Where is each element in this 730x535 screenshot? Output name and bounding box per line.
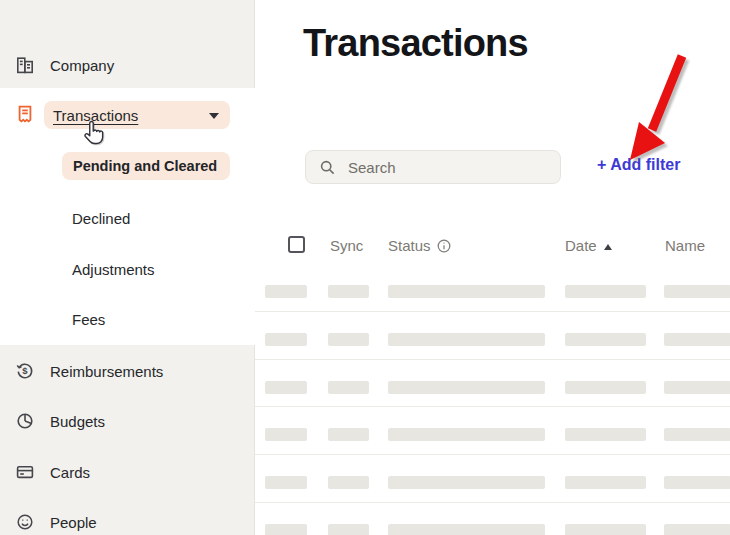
sidebar-item-fees[interactable]: Fees: [72, 305, 105, 333]
skeleton-bar: [388, 428, 545, 441]
skeleton-bar: [328, 381, 369, 394]
skeleton-bar: [328, 333, 369, 346]
sidebar: Company Transactions Pending and Cleared…: [0, 0, 255, 535]
skeleton-bar: [664, 428, 730, 441]
sidebar-subitem-label: Pending and Cleared: [73, 158, 217, 174]
sidebar-subitem-label: Adjustments: [72, 261, 155, 278]
sidebar-item-company[interactable]: Company: [0, 49, 255, 81]
sidebar-item-adjustments[interactable]: Adjustments: [72, 255, 155, 283]
column-header-status[interactable]: Status: [388, 237, 451, 256]
skeleton-bar: [388, 476, 545, 489]
search-box: [305, 150, 561, 184]
skeleton-bar: [388, 381, 545, 394]
skeleton-bar: [664, 333, 730, 346]
pie-chart-icon: [15, 411, 35, 431]
skeleton-bar: [565, 476, 646, 489]
app-window: Company Transactions Pending and Cleared…: [0, 0, 730, 535]
sidebar-item-transactions[interactable]: Transactions: [44, 101, 230, 129]
credit-card-icon: [15, 462, 35, 482]
skeleton-bar: [265, 381, 307, 394]
sort-ascending-icon: [604, 244, 612, 250]
skeleton-bar: [565, 285, 646, 298]
table-row: [255, 264, 730, 312]
page-title: Transactions: [303, 22, 528, 65]
table-row: [255, 503, 730, 535]
skeleton-bar: [664, 476, 730, 489]
sidebar-item-label: Company: [50, 57, 114, 74]
skeleton-bar: [388, 285, 545, 298]
column-header-sync[interactable]: Sync: [330, 237, 363, 254]
sidebar-item-pending-and-cleared[interactable]: Pending and Cleared: [62, 152, 230, 180]
select-all-checkbox[interactable]: [288, 236, 305, 253]
skeleton-bar: [265, 428, 307, 441]
skeleton-bar: [664, 381, 730, 394]
cursor-pointer-icon: [82, 120, 104, 150]
sidebar-subitem-label: Fees: [72, 311, 105, 328]
column-header-name[interactable]: Name: [665, 237, 705, 254]
column-header-date[interactable]: Date: [565, 237, 612, 254]
search-input[interactable]: [306, 151, 560, 183]
sidebar-item-declined[interactable]: Declined: [72, 204, 130, 232]
info-icon[interactable]: [437, 239, 451, 256]
table-row: [255, 407, 730, 455]
skeleton-bar: [328, 476, 369, 489]
sidebar-item-people[interactable]: People: [0, 506, 255, 535]
sidebar-item-label: Budgets: [50, 413, 105, 430]
chevron-down-icon: [209, 113, 219, 119]
sidebar-item-cards[interactable]: Cards: [0, 456, 255, 488]
table-row: [255, 360, 730, 408]
skeleton-bar: [328, 285, 369, 298]
sidebar-item-label: Reimbursements: [50, 363, 163, 380]
skeleton-bar: [265, 476, 307, 489]
buildings-icon: [15, 55, 35, 75]
sidebar-item-budgets[interactable]: Budgets: [0, 405, 255, 437]
sidebar-item-label: People: [50, 514, 97, 531]
svg-text:$: $: [22, 365, 28, 376]
receipt-icon: [15, 104, 35, 124]
annotation-arrow: [595, 38, 705, 173]
skeleton-bar: [565, 333, 646, 346]
skeleton-bar: [265, 285, 307, 298]
sidebar-item-label: Cards: [50, 464, 90, 481]
skeleton-bar: [565, 381, 646, 394]
smiley-icon: [15, 512, 35, 532]
sidebar-item-reimbursements[interactable]: $ Reimbursements: [0, 355, 255, 387]
refund-dollar-icon: $: [15, 361, 35, 381]
skeleton-bar: [664, 285, 730, 298]
skeleton-bar: [328, 428, 369, 441]
skeleton-bar: [265, 524, 307, 535]
table-row: [255, 455, 730, 503]
skeleton-bar: [565, 524, 646, 535]
table-rows: [255, 264, 730, 535]
skeleton-bar: [565, 428, 646, 441]
table-row: [255, 312, 730, 360]
skeleton-bar: [388, 524, 545, 535]
skeleton-bar: [664, 524, 730, 535]
sidebar-subitem-label: Declined: [72, 210, 130, 227]
skeleton-bar: [328, 524, 369, 535]
skeleton-bar: [388, 333, 545, 346]
skeleton-bar: [265, 333, 307, 346]
